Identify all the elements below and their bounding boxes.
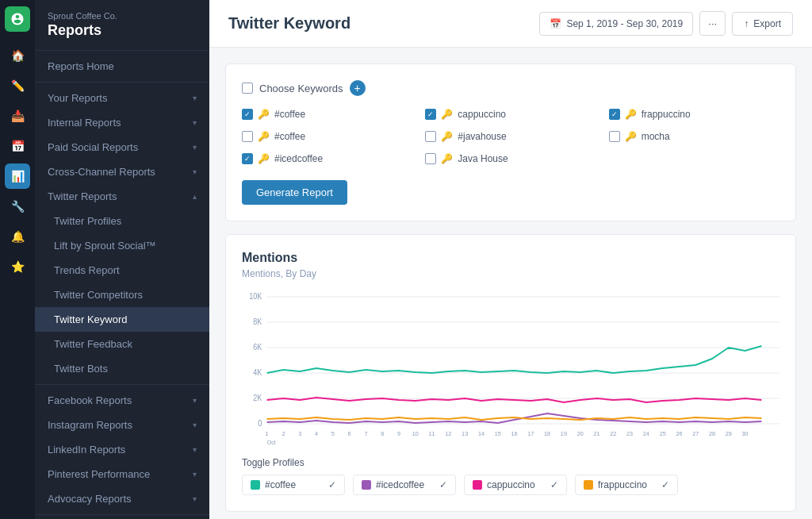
sidebar-item-twitter-feedback[interactable]: Twitter Feedback [35,332,209,356]
reports-icon[interactable]: 📊 [5,163,30,189]
brand-name: Sprout Coffee Co. [48,11,197,21]
mentions-title: Mentions [242,251,779,265]
sidebar-item-twitter-keyword[interactable]: Twitter Keyword [35,307,209,332]
key-icon: 🔑 [625,109,637,120]
publish-icon[interactable]: 📅 [5,133,30,159]
top-bar: Twitter Keyword 📅 Sep 1, 2019 - Sep 30, … [209,0,812,48]
sidebar-item-pinterest[interactable]: Pinterest Performance ▾ [35,462,209,486]
toggle-profiles-label: Toggle Profiles [242,457,779,468]
tasks-icon[interactable]: 🔧 [5,194,30,219]
mentions-chart: 10K 8K 6K 4K 2K 0 1 2 [242,289,779,448]
sidebar-item-facebook-reports[interactable]: Facebook Reports ▾ [35,388,209,413]
keyword-item: 🔑 #coffee [242,128,412,145]
calendar-icon: 📅 [550,18,561,29]
svg-text:5: 5 [331,430,335,437]
svg-text:4K: 4K [253,368,262,378]
svg-text:6: 6 [348,430,351,437]
more-options-button[interactable]: ··· [699,11,726,36]
toggle-color-icedcoffee [362,480,371,490]
sidebar-item-twitter-bots[interactable]: Twitter Bots [35,356,209,381]
svg-text:30: 30 [742,430,749,437]
toggle-check-icedcoffee: ✓ [439,479,447,490]
key-icon: 🔑 [441,109,453,120]
sidebar-item-cross-channel[interactable]: Cross-Channel Reports ▾ [35,160,209,184]
home-icon[interactable]: 🏠 [5,43,30,68]
sidebar-title: Reports [48,22,197,39]
star-icon[interactable]: ⭐ [5,254,30,279]
keyword-item: 🔑 #javahouse [425,128,596,145]
svg-text:1: 1 [266,430,269,437]
svg-text:12: 12 [445,430,451,437]
key-icon: 🔑 [441,153,453,164]
svg-text:21: 21 [593,430,599,437]
chevron-down-icon: ▾ [193,494,197,503]
keyword-label: cappuccino [458,109,506,120]
export-label: Export [753,18,781,29]
svg-text:2K: 2K [253,394,262,403]
keyword-checkbox[interactable] [425,153,436,164]
key-icon: 🔑 [441,131,453,142]
toggle-label-icedcoffee: #icedcoffee [376,479,424,490]
svg-text:0: 0 [258,419,262,429]
export-icon: ↑ [744,18,749,29]
choose-keywords-label: Choose Keywords [259,83,343,94]
svg-text:9: 9 [397,430,400,437]
export-button[interactable]: ↑ Export [732,12,793,36]
choose-all-checkbox[interactable] [242,83,253,94]
keyword-checkbox[interactable] [242,153,253,164]
chevron-down-icon: ▾ [193,396,197,405]
svg-text:27: 27 [692,430,699,437]
svg-text:7: 7 [364,430,367,437]
date-range-button[interactable]: 📅 Sep 1, 2019 - Sep 30, 2019 [539,12,693,36]
chart-subtitle: Mentions, By Day [242,268,779,279]
sidebar-item-paid-social[interactable]: Paid Social Reports ▾ [35,135,209,160]
keyword-checkbox[interactable] [242,131,253,142]
listening-icon[interactable]: 🔔 [5,224,30,249]
keyword-label: mocha [642,131,670,142]
sidebar-item-linkedin-reports[interactable]: LinkedIn Reports ▾ [35,437,209,462]
keyword-item: 🔑 cappuccino [425,106,596,123]
svg-text:20: 20 [577,430,584,437]
svg-text:14: 14 [478,430,485,437]
keyword-checkbox[interactable] [609,109,620,120]
svg-text:2: 2 [282,430,285,437]
svg-text:4: 4 [315,430,319,437]
sidebar-item-reports-home[interactable]: Reports Home [35,54,209,79]
svg-text:17: 17 [527,430,534,437]
keyword-header: Choose Keywords + [242,80,779,96]
sidebar-item-twitter-profiles[interactable]: Twitter Profiles [35,209,209,233]
sidebar-section-main: Reports Home Your Reports ▾ Internal Rep… [35,51,209,519]
key-icon: 🔑 [258,109,270,120]
keyword-item-empty [609,150,779,167]
toggle-icedcoffee[interactable]: #icedcoffee ✓ [353,475,456,495]
sidebar-item-lift-sprout[interactable]: Lift by Sprout Social™ [35,233,209,258]
chevron-down-icon: ▾ [193,94,197,102]
sidebar-item-instagram-reports[interactable]: Instagram Reports ▾ [35,413,209,437]
sidebar-item-twitter-competitors[interactable]: Twitter Competitors [35,283,209,307]
compose-icon[interactable]: ✏️ [5,73,30,98]
sidebar-item-advocacy[interactable]: Advocacy Reports ▾ [35,486,209,511]
generate-report-button[interactable]: Generate Report [242,180,347,205]
toggle-cappuccino[interactable]: cappuccino ✓ [464,475,567,495]
keyword-checkbox[interactable] [425,131,436,142]
sidebar-item-trends-report[interactable]: Trends Report [35,258,209,283]
key-icon: 🔑 [258,131,270,142]
add-keyword-button[interactable]: + [350,80,366,96]
main-content: Twitter Keyword 📅 Sep 1, 2019 - Sep 30, … [209,0,812,519]
sidebar-header: Sprout Coffee Co. Reports [35,0,209,51]
keyword-checkbox[interactable] [425,109,436,120]
chevron-up-icon: ▴ [193,192,197,201]
keyword-checkbox[interactable] [242,109,253,120]
key-icon: 🔑 [258,153,270,164]
inbox-icon[interactable]: 📥 [5,103,30,129]
date-range-text: Sep 1, 2019 - Sep 30, 2019 [566,18,683,29]
sidebar-item-internal-reports[interactable]: Internal Reports ▾ [35,110,209,135]
sidebar-item-twitter-reports[interactable]: Twitter Reports ▴ [35,184,209,209]
keyword-checkbox[interactable] [609,131,620,142]
sidebar-item-your-reports[interactable]: Your Reports ▾ [35,86,209,110]
app-logo [5,6,30,32]
keyword-label: Java House [458,153,508,164]
keyword-label: #icedcoffee [274,153,323,164]
toggle-coffee[interactable]: #coffee ✓ [242,475,345,495]
toggle-frappuccino[interactable]: frappuccino ✓ [575,475,678,495]
